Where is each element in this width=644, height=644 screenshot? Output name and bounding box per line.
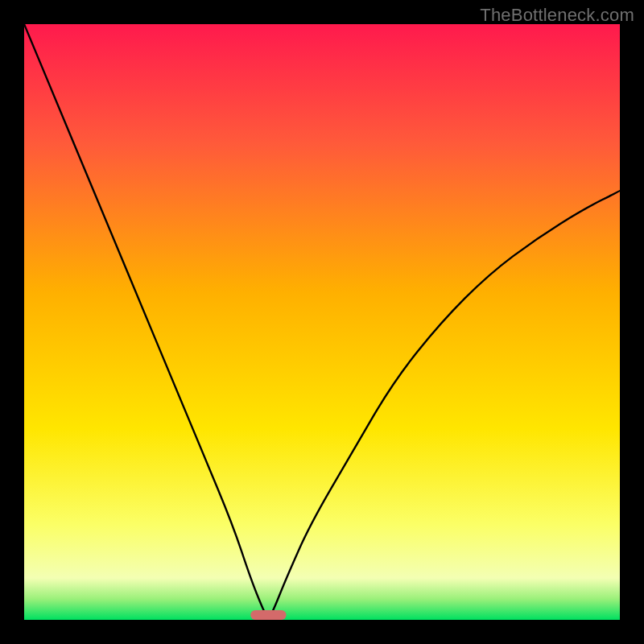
watermark-text: TheBottleneck.com [480,5,634,26]
gradient-background [24,24,620,620]
plot-area [24,24,620,620]
chart-svg [24,24,620,620]
min-marker [250,610,286,620]
chart-frame: TheBottleneck.com [0,0,644,644]
